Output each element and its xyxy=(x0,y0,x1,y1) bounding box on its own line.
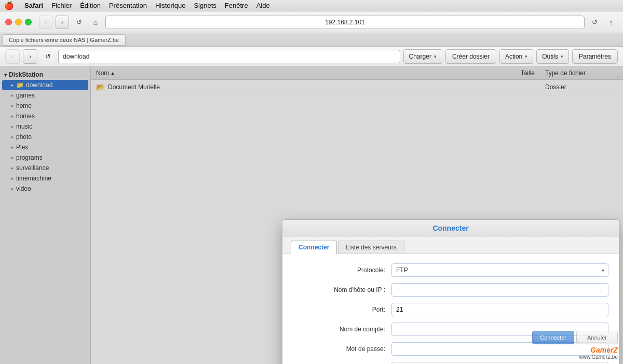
reload-button[interactable]: ↺ xyxy=(72,16,86,29)
hote-label: Nom d'hôte ou IP : xyxy=(293,286,391,293)
refresh-icon: ↺ xyxy=(588,16,601,29)
menu-aide[interactable]: Aide xyxy=(256,2,270,9)
protocole-label: Protocole: xyxy=(293,267,391,274)
tab-liste-serveurs[interactable]: Liste des serveurs xyxy=(338,241,404,254)
menu-bar: 🍎 Safari Fichier Édition Présentation Hi… xyxy=(0,0,623,11)
watermark-buttons: Connecter Annuler xyxy=(532,331,618,344)
action-button[interactable]: Action ▾ xyxy=(499,49,533,64)
compte-label: Nom de compte: xyxy=(293,326,391,333)
pagecode-select[interactable]: Unicode (UTF-8) ISO-8859-1 UTF-16 xyxy=(391,362,608,364)
fm-reload-button[interactable]: ↺ xyxy=(40,49,55,64)
form-row-port: Port: xyxy=(293,303,608,316)
port-input[interactable] xyxy=(391,303,608,316)
tab-bar: Copie fichiers entre deux NAS | GamerZ.b… xyxy=(0,33,623,47)
pagecode-select-wrapper: Unicode (UTF-8) ISO-8859-1 UTF-16 ▾ xyxy=(391,362,608,364)
watermark-connecter-button: Connecter xyxy=(532,331,574,344)
parametres-button[interactable]: Paramètres xyxy=(572,49,618,64)
password-label: Mot de passe: xyxy=(293,345,391,353)
hote-input[interactable] xyxy=(391,283,608,297)
dialog-titlebar: Connecter xyxy=(282,220,619,236)
watermark-url: www.GamerZ.be xyxy=(579,354,618,360)
fullscreen-window-button[interactable] xyxy=(25,19,32,25)
apple-menu[interactable]: 🍎 xyxy=(4,1,14,10)
main-content: ▾ DiskStation ▸ 📁 download ▸ games ▸ hom… xyxy=(0,66,623,364)
home-button[interactable]: ⌂ xyxy=(89,16,102,29)
form-row-hote: Nom d'hôte ou IP : xyxy=(293,283,608,297)
outils-arrow-icon: ▾ xyxy=(561,54,563,59)
protocole-select-wrapper: FTP FTPS SFTP ▾ xyxy=(391,263,608,277)
safari-toolbar: ‹ › ↺ ⌂ 192.168.2.101 ↺ ↑ xyxy=(0,11,623,33)
dialog-overlay: Connecter Connecter Liste des serveurs P… xyxy=(0,66,623,364)
charger-arrow-icon: ▾ xyxy=(434,54,437,59)
watermark: Connecter Annuler GamerZ www.GamerZ.be xyxy=(532,331,618,360)
charger-button[interactable]: Charger ▾ xyxy=(403,49,442,64)
address-bar[interactable]: 192.168.2.101 xyxy=(105,16,585,29)
forward-button[interactable]: › xyxy=(56,16,69,29)
protocole-select[interactable]: FTP FTPS SFTP xyxy=(391,263,608,277)
menu-fichier[interactable]: Fichier xyxy=(51,2,72,9)
back-button[interactable]: ‹ xyxy=(39,16,52,29)
menu-presentation[interactable]: Présentation xyxy=(109,2,147,9)
action-arrow-icon: ▾ xyxy=(525,54,527,59)
fm-address-input[interactable] xyxy=(58,50,400,63)
fm-forward-button[interactable]: › xyxy=(23,49,37,64)
outils-button[interactable]: Outils ▾ xyxy=(536,49,569,64)
creer-dossier-button[interactable]: Créer dossier xyxy=(445,49,496,64)
form-row-pagecode: Page de code: Unicode (UTF-8) ISO-8859-1… xyxy=(293,362,608,364)
port-label: Port: xyxy=(293,306,391,313)
tab-item[interactable]: Copie fichiers entre deux NAS | GamerZ.b… xyxy=(2,34,126,46)
fm-back-button[interactable]: ‹ xyxy=(5,49,20,64)
minimize-window-button[interactable] xyxy=(15,19,22,25)
watermark-annuler-button: Annuler xyxy=(576,331,618,344)
fm-toolbar: ‹ › ↺ Charger ▾ Créer dossier Action ▾ O… xyxy=(0,47,623,66)
menu-historique[interactable]: Historique xyxy=(155,2,186,9)
share-button[interactable]: ↑ xyxy=(604,16,618,29)
menu-safari[interactable]: Safari xyxy=(24,2,43,9)
form-row-protocole: Protocole: FTP FTPS SFTP ▾ xyxy=(293,263,608,277)
dialog-tabs: Connecter Liste des serveurs xyxy=(282,236,619,254)
watermark-brand: GamerZ xyxy=(590,346,618,354)
menu-edition[interactable]: Édition xyxy=(80,2,101,9)
menu-fenetre[interactable]: Fenêtre xyxy=(225,2,248,9)
close-window-button[interactable] xyxy=(5,19,12,25)
traffic-lights xyxy=(5,19,32,25)
tab-connecter[interactable]: Connecter xyxy=(291,241,337,254)
menu-signets[interactable]: Signets xyxy=(194,2,216,9)
